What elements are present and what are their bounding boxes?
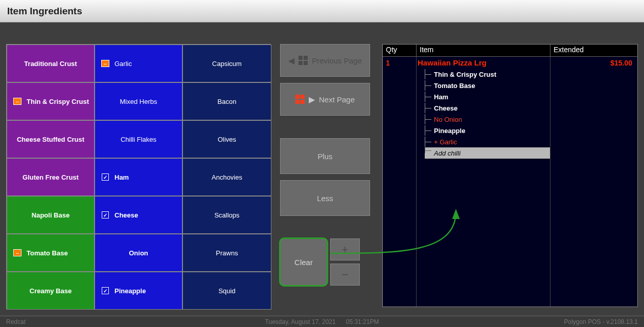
ingredient-cell[interactable]: ↔Tomato Base <box>7 234 95 272</box>
tree-branch-icon <box>425 137 431 147</box>
clear-button-group: Clear + − <box>280 238 370 286</box>
page-title: Item Ingredients <box>7 6 82 17</box>
ingredient-label: Mixed Herbs <box>98 98 179 105</box>
order-mod-row[interactable]: Pineapple <box>425 125 550 136</box>
next-page-label: Next Page <box>319 95 355 104</box>
tree-branch-icon <box>425 69 431 79</box>
order-body: 1 Hawaiian Pizza Lrg Thin & Crispy Crust… <box>383 57 637 307</box>
ingredient-label: Onion <box>98 249 179 257</box>
order-mod-text: Pineapple <box>434 127 465 135</box>
order-mod-row[interactable]: Thin & Crispy Crust <box>425 69 550 80</box>
order-mod-text: Tomato Base <box>434 82 475 90</box>
check-icon: ✓ <box>101 287 109 295</box>
next-page-button[interactable]: ▶ Next Page <box>280 83 370 116</box>
ingredient-label: Chilli Flakes <box>98 136 179 143</box>
swap-icon: ↔ <box>13 249 21 257</box>
order-panel: Qty Item Extended 1 Hawaiian Pizza Lrg T… <box>382 44 638 307</box>
tree-branch-icon <box>425 103 431 113</box>
previous-page-button[interactable]: ◀ Previous Page <box>280 44 370 77</box>
order-mod-text: Cheese <box>434 104 457 112</box>
order-qty-col: 1 <box>383 57 417 307</box>
less-label: Less <box>317 194 333 203</box>
grid-icon <box>295 95 305 104</box>
ingredient-cell[interactable]: Cheese Stuffed Crust <box>7 120 95 158</box>
order-mod-input[interactable]: Add chilli <box>425 147 550 159</box>
ingredient-cell[interactable]: Traditional Crust <box>7 45 95 82</box>
ingredient-cell[interactable]: Capsicum <box>182 45 271 82</box>
plus-icon: + <box>342 243 349 256</box>
ingredient-cell[interactable]: Squid <box>182 272 271 310</box>
ingredient-label: Pineapple <box>114 287 179 295</box>
ingredient-cell[interactable]: Prawns <box>182 234 271 272</box>
ingredient-label: Traditional Crust <box>10 60 91 68</box>
ingredient-cell[interactable]: ✓Pineapple <box>95 272 182 310</box>
ingredient-cell[interactable]: ↔Thin & Crispy Crust <box>7 82 95 120</box>
ingredient-cell[interactable]: Bacon <box>182 82 271 120</box>
paging-controls: ◀ Previous Page ▶ Next Page Plus Less Cl… <box>280 44 370 286</box>
order-mod-row[interactable]: Tomato Base <box>425 80 550 91</box>
ingredient-label: Anchovies <box>186 173 268 181</box>
order-extended-price: $15.00 <box>550 57 637 69</box>
order-qty-value: 1 <box>383 57 416 69</box>
ingredient-cell[interactable]: ✓Ham <box>95 158 182 196</box>
order-header-item: Item <box>417 45 550 56</box>
ingredient-label: Olives <box>186 136 268 143</box>
order-item-col: Hawaiian Pizza Lrg Thin & Crispy CrustTo… <box>417 57 550 307</box>
ingredient-label: Scallops <box>186 211 268 219</box>
order-header-qty: Qty <box>383 45 417 56</box>
ingredient-cell[interactable]: Creamy Base <box>7 272 95 310</box>
ingredient-cell[interactable]: Chilli Flakes <box>95 120 182 158</box>
ingredient-cell[interactable]: Napoli Base <box>7 196 95 234</box>
ingredient-label: Napoli Base <box>10 211 91 219</box>
tree-branch-icon <box>425 92 431 102</box>
ingredient-label: Ham <box>114 173 179 181</box>
ingredient-cell[interactable]: Mixed Herbs <box>95 82 182 120</box>
plus-label: Plus <box>317 152 332 161</box>
ingredient-label: Bacon <box>186 98 268 105</box>
swap-icon: ↔ <box>101 59 109 68</box>
status-center: Tuesday, August 17, 2021 05:31:21PM <box>0 318 644 325</box>
order-item-name[interactable]: Hawaiian Pizza Lrg <box>417 57 550 69</box>
tree-branch-icon <box>425 148 431 153</box>
order-mods-tree: Thin & Crispy CrustTomato BaseHamCheeseN… <box>417 69 550 159</box>
status-date: Tuesday, August 17, 2021 <box>265 318 336 325</box>
ingredient-cell[interactable]: Anchovies <box>182 158 271 196</box>
order-mod-row[interactable]: + Garlic <box>425 136 550 147</box>
order-mod-text: No Onion <box>434 116 462 123</box>
ingredient-label: Creamy Base <box>10 287 91 295</box>
order-mod-text: Ham <box>434 93 448 101</box>
order-header-row: Qty Item Extended <box>383 45 637 57</box>
ingredient-cell[interactable]: Scallops <box>182 196 271 234</box>
order-mod-text: Thin & Crispy Crust <box>434 71 496 78</box>
tree-branch-icon <box>425 125 431 136</box>
order-mod-row[interactable]: Ham <box>425 91 550 102</box>
ingredient-label: Tomato Base <box>27 249 91 257</box>
ingredient-label: Thin & Crispy Crust <box>27 98 91 105</box>
status-bar: Redcat Tuesday, August 17, 2021 05:31:21… <box>0 316 644 327</box>
order-mod-row[interactable]: No Onion <box>425 114 550 125</box>
ingredient-cell[interactable]: Gluten Free Crust <box>7 158 95 196</box>
ingredient-label: Cheese Stuffed Crust <box>10 136 91 143</box>
ingredient-cell[interactable]: Onion <box>95 234 182 272</box>
clear-button[interactable]: Clear <box>280 238 327 286</box>
tree-branch-icon <box>425 114 431 124</box>
grid-icon <box>298 56 308 65</box>
previous-page-label: Previous Page <box>312 56 362 65</box>
chevron-right-icon: ▶ <box>309 95 315 104</box>
ingredient-label: Squid <box>186 287 268 295</box>
ingredient-cell[interactable]: ✓Cheese <box>95 196 182 234</box>
decrement-button[interactable]: − <box>330 264 360 286</box>
ingredient-label: Cheese <box>114 211 179 219</box>
plus-button[interactable]: Plus <box>280 138 370 174</box>
status-time: 05:31:21PM <box>346 318 379 325</box>
minus-icon: − <box>342 268 349 281</box>
less-button[interactable]: Less <box>280 180 370 216</box>
ingredient-grid: Traditional Crust↔GarlicCapsicum↔Thin & … <box>6 44 271 309</box>
title-bar: Item Ingredients <box>0 0 644 23</box>
increment-button[interactable]: + <box>330 238 360 260</box>
ingredient-label: Prawns <box>186 249 268 257</box>
ingredient-cell[interactable]: ↔Garlic <box>95 45 182 82</box>
order-mod-text: + Garlic <box>434 138 457 146</box>
ingredient-cell[interactable]: Olives <box>182 120 271 158</box>
order-mod-row[interactable]: Cheese <box>425 102 550 114</box>
